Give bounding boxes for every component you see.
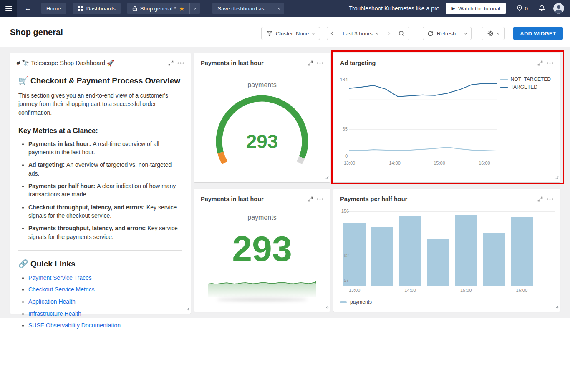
- chevron-right-icon: [386, 32, 390, 35]
- expand-widget-button[interactable]: [305, 58, 315, 68]
- promo-text: Troubleshoot Kubernetes like a pro: [349, 5, 439, 12]
- time-range-control: Last 3 hours: [327, 27, 409, 40]
- expand-widget-button[interactable]: [535, 194, 545, 204]
- zoom-out-icon: [398, 30, 405, 37]
- series-label: payments: [194, 214, 330, 221]
- dashboard-switcher: Shop general * ★: [127, 3, 200, 14]
- resize-icon: [186, 307, 189, 311]
- dashboard-switcher-button[interactable]: Shop general * ★: [127, 3, 189, 14]
- expand-widget-button[interactable]: [535, 58, 545, 68]
- chevron-down-icon: [193, 6, 197, 9]
- widget-menu-button[interactable]: [545, 194, 555, 204]
- pin-button[interactable]: 0: [517, 5, 528, 12]
- settings-button[interactable]: [482, 27, 505, 40]
- bar-chart: [342, 209, 555, 286]
- back-button[interactable]: ←: [22, 3, 34, 14]
- play-icon: ▶: [451, 6, 455, 10]
- link-checkout-service-metrics[interactable]: Checkout Service Metrics: [28, 286, 95, 293]
- notifications-button[interactable]: [539, 5, 545, 12]
- sparkline-shadow: [217, 298, 308, 301]
- legend-item-NOT_TARGETED[interactable]: NOT_TARGETED: [500, 76, 551, 82]
- y-axis-labels: 184650: [333, 80, 348, 156]
- refresh-label: Refresh: [437, 30, 456, 37]
- save-dashboard-chevron[interactable]: [274, 3, 284, 14]
- gauge-chart: 293: [204, 90, 320, 179]
- expand-widget-button[interactable]: [305, 194, 315, 204]
- list-item: SUSE Observability Documentation: [28, 322, 182, 330]
- resize-handle[interactable]: [555, 173, 559, 181]
- expand-widget-button[interactable]: [166, 58, 176, 68]
- list-item: Payment Service Traces: [28, 274, 182, 282]
- pin-icon: [517, 5, 522, 12]
- link-infrastructure-health[interactable]: Infrastructure Health: [28, 310, 81, 317]
- expand-icon: [168, 60, 174, 66]
- resize-icon: [325, 305, 329, 309]
- top-navigation-bar: ← Home Dashboards Shop general * ★ Save …: [0, 0, 570, 17]
- time-back-button[interactable]: [327, 27, 338, 40]
- x-axis-labels: 13:0014:0015:0016:00: [342, 288, 555, 294]
- markdown-heading: 🛒 Checkout & Payment Process Overview: [18, 76, 182, 85]
- list-item: Ad targeting:An overview of targeted vs.…: [28, 161, 182, 178]
- widget-markdown: # 🔭 Telescope Shop Dashboard 🚀 🛒 Checkou…: [10, 53, 191, 314]
- bar-14:00: [399, 216, 421, 286]
- legend-item-payments[interactable]: payments: [340, 299, 372, 305]
- refresh-button[interactable]: Refresh: [423, 27, 460, 40]
- resize-handle[interactable]: [555, 303, 559, 310]
- resize-handle[interactable]: [186, 305, 189, 312]
- list-item: Payments throughput, latency, and errors…: [28, 224, 182, 241]
- link-suse-observability-documentation[interactable]: SUSE Observability Documentation: [28, 322, 121, 329]
- home-button[interactable]: Home: [41, 3, 66, 14]
- time-range-label: Last 3 hours: [343, 30, 373, 37]
- add-widget-button[interactable]: ADD WIDGET: [513, 27, 563, 40]
- metric-value: 293: [194, 231, 330, 266]
- legend-label: payments: [350, 299, 372, 305]
- dashboard-toolbar: Cluster: None Last 3 hours Refresh: [261, 27, 563, 40]
- time-range-button[interactable]: Last 3 hours: [338, 27, 383, 40]
- widget-menu-button[interactable]: [315, 194, 325, 204]
- resize-icon: [325, 176, 329, 179]
- dashboard-canvas: # 🔭 Telescope Shop Dashboard 🚀 🛒 Checkou…: [0, 47, 570, 318]
- list-item: Payments per half hour:A clear indicatio…: [28, 182, 182, 199]
- zoom-out-button[interactable]: [394, 27, 409, 40]
- watch-tutorial-button[interactable]: ▶ Watch the tutorial: [446, 3, 505, 14]
- widget-menu-button[interactable]: [176, 58, 186, 68]
- widget-title: # 🔭 Telescope Shop Dashboard 🚀: [17, 60, 166, 67]
- bar-16:00: [511, 217, 533, 286]
- dashboards-button[interactable]: Dashboards: [73, 3, 121, 14]
- dashboard-switcher-chevron[interactable]: [189, 3, 200, 14]
- refresh-options-chevron[interactable]: [460, 27, 471, 40]
- refresh-control: Refresh: [423, 27, 472, 40]
- resize-handle[interactable]: [325, 303, 329, 310]
- widget-title: Payments in last hour: [201, 60, 305, 66]
- time-forward-button[interactable]: [383, 27, 394, 40]
- expand-icon: [537, 196, 543, 202]
- ellipsis-icon: [547, 62, 553, 64]
- line-chart: [349, 80, 497, 156]
- list-item: Checkout Service Metrics: [28, 286, 182, 294]
- widget-title: Ad targeting: [340, 60, 535, 66]
- legend-item-TARGETED[interactable]: TARGETED: [500, 84, 551, 90]
- page-header: Shop general Cluster: None Last 3 hours …: [0, 17, 570, 47]
- link-application-health[interactable]: Application Health: [28, 298, 76, 305]
- chevron-down-icon: [375, 31, 378, 34]
- gauge-value: 293: [246, 131, 278, 152]
- resize-icon: [555, 176, 559, 179]
- link-payment-service-traces[interactable]: Payment Service Traces: [28, 274, 92, 281]
- legend-swatch: [500, 79, 508, 80]
- legend-label: TARGETED: [511, 84, 537, 90]
- legend-swatch: [340, 301, 347, 303]
- widget-payments-per-half-hour: Payments per half hour 1569257 13:0014:0…: [333, 189, 560, 312]
- favorite-star-icon[interactable]: ★: [179, 5, 184, 12]
- markdown-intro: This section gives you an end-to-end vie…: [18, 91, 182, 117]
- cluster-filter-button[interactable]: Cluster: None: [261, 27, 320, 40]
- widget-menu-button[interactable]: [545, 58, 555, 68]
- x-axis-labels: 13:0014:0015:0016:00: [349, 161, 497, 166]
- user-avatar[interactable]: [553, 3, 564, 14]
- resize-icon: [555, 305, 559, 309]
- widget-title: Payments per half hour: [340, 196, 535, 202]
- menu-button[interactable]: [0, 0, 17, 17]
- widget-menu-button[interactable]: [315, 58, 325, 68]
- save-dashboard-as-button[interactable]: Save dashboard as...: [212, 3, 274, 14]
- legend-swatch: [500, 87, 508, 88]
- resize-handle[interactable]: [325, 173, 329, 181]
